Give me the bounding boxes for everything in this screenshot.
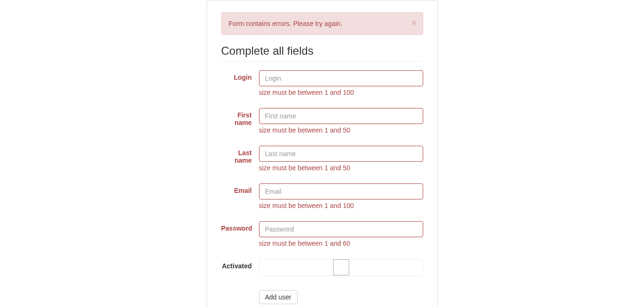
first-name-error: size must be between 1 and 50 (259, 126, 423, 134)
password-error: size must be between 1 and 60 (259, 240, 423, 247)
add-user-button[interactable]: Add user (259, 290, 298, 304)
password-group: Password size must be between 1 and 60 (221, 221, 423, 252)
activated-box (259, 259, 423, 276)
login-group: Login size must be between 1 and 100 (221, 70, 423, 101)
activated-label: Activated (221, 259, 259, 276)
first-name-input[interactable] (259, 108, 423, 124)
error-alert: Form contains errors. Please try again. … (221, 12, 423, 35)
submit-group: Add user (221, 283, 423, 304)
last-name-label: Last name (221, 146, 259, 176)
user-form: Login size must be between 1 and 100 Fir… (214, 70, 430, 304)
form-heading: Complete all fields (221, 44, 423, 62)
email-input[interactable] (259, 183, 423, 199)
last-name-input[interactable] (259, 146, 423, 162)
email-group: Email size must be between 1 and 100 (221, 183, 423, 214)
first-name-group: First name size must be between 1 and 50 (221, 108, 423, 139)
password-input[interactable] (259, 221, 423, 237)
first-name-label: First name (221, 108, 259, 139)
login-label: Login (221, 70, 259, 101)
last-name-group: Last name size must be between 1 and 50 (221, 146, 423, 176)
password-label: Password (221, 221, 259, 252)
close-icon[interactable]: × (411, 17, 417, 27)
last-name-error: size must be between 1 and 50 (259, 164, 423, 172)
email-error: size must be between 1 and 100 (259, 202, 423, 209)
activated-checkbox[interactable] (333, 259, 349, 275)
error-alert-message: Form contains errors. Please try again. (229, 20, 343, 27)
login-input[interactable] (259, 70, 423, 86)
activated-group: Activated (221, 259, 423, 276)
email-label: Email (221, 183, 259, 214)
user-form-panel: Form contains errors. Please try again. … (207, 0, 438, 307)
login-error: size must be between 1 and 100 (259, 89, 423, 96)
